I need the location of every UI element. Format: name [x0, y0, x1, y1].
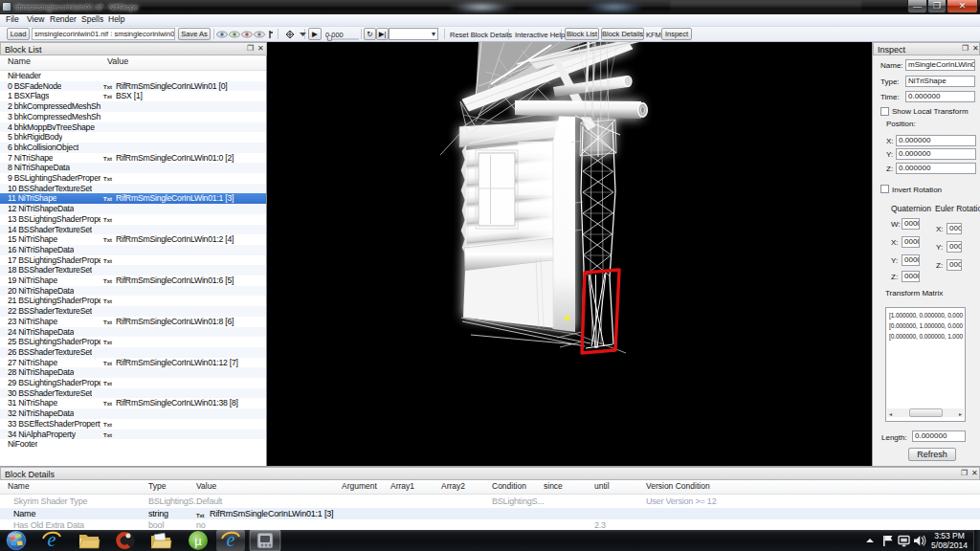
svg-text:µ: µ — [194, 534, 202, 548]
